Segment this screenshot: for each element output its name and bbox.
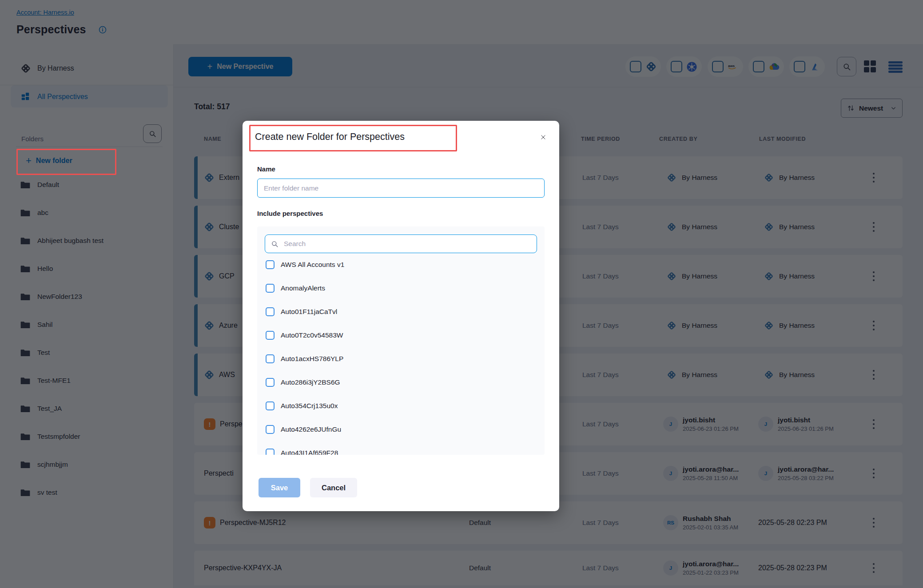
perspective-option-label: Auto4262e6JUfnGu [281, 425, 341, 433]
perspective-checkbox[interactable] [266, 307, 275, 316]
perspectives-list-panel: AWS All Accounts v1 AnomalyAlerts Auto01… [257, 226, 545, 455]
perspectives-page: Account: Harness.io Perspectives By Harn… [0, 0, 923, 588]
folder-name-input[interactable] [257, 179, 545, 198]
perspective-option: Auto4262e6JUfnGu [266, 425, 341, 434]
perspective-option: Auto0T2c0v54583W [266, 330, 343, 340]
perspective-checkbox[interactable] [266, 449, 275, 455]
perspective-option: Auto354Crj135u0x [266, 401, 338, 411]
perspective-option-label: Auto01F11jaCaTvl [281, 308, 337, 316]
perspective-option-label: Auto43I1Af659F28 [281, 449, 338, 455]
search-icon [271, 240, 279, 248]
perspective-checkbox[interactable] [266, 260, 275, 269]
perspective-option: AWS All Accounts v1 [266, 260, 344, 270]
close-icon[interactable] [537, 131, 549, 143]
name-field-label: Name [257, 165, 275, 173]
perspective-option-label: Auto354Crj135u0x [281, 402, 338, 410]
perspective-option-label: AnomalyAlerts [281, 284, 325, 292]
modal-title: Create new Folder for Perspectives [255, 131, 405, 143]
perspective-checkbox[interactable] [266, 284, 275, 293]
perspective-option: Auto286i3jY2BS6G [266, 377, 340, 387]
perspective-option: Auto1acxHS786YLP [266, 354, 343, 364]
perspective-checkbox[interactable] [266, 425, 275, 434]
perspective-option-label: Auto0T2c0v54583W [281, 331, 343, 339]
include-perspectives-label: Include perspectives [257, 210, 323, 217]
perspective-checkbox[interactable] [266, 354, 275, 363]
perspective-checkbox[interactable] [266, 331, 275, 340]
perspective-option: Auto43I1Af659F28 [266, 448, 338, 455]
perspective-search-field [265, 234, 537, 253]
cancel-button[interactable]: Cancel [310, 478, 357, 497]
perspective-option-label: Auto286i3jY2BS6G [281, 378, 340, 386]
perspective-option: Auto01F11jaCaTvl [266, 307, 337, 317]
perspective-checkbox[interactable] [266, 401, 275, 410]
save-button[interactable]: Save [259, 478, 300, 497]
perspective-option-label: Auto1acxHS786YLP [281, 355, 343, 363]
perspective-option-label: AWS All Accounts v1 [281, 261, 344, 269]
create-folder-modal: Create new Folder for Perspectives Name … [243, 121, 559, 511]
perspective-option: AnomalyAlerts [266, 283, 325, 293]
perspective-checkbox[interactable] [266, 378, 275, 387]
search-input[interactable] [283, 239, 531, 248]
